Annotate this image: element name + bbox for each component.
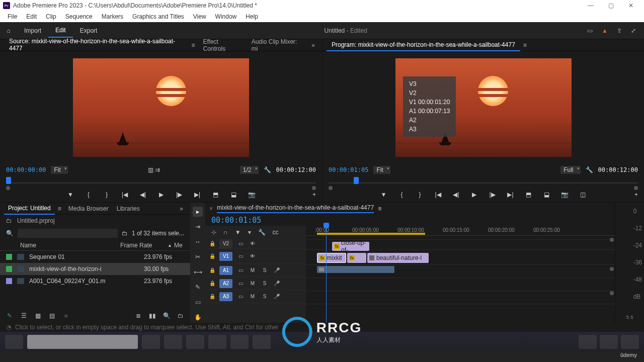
sequence-tab[interactable]: mixkit-view-of-the-horizon-in-the-sea-wh… [217,204,374,213]
track-header-a1[interactable]: 🔒 A1 ▭ M S 🎤 [205,264,306,277]
panel-menu-icon[interactable]: ≡ [378,205,381,212]
sync-lock-icon[interactable]: ▭ [236,267,245,273]
caption-icon[interactable]: cc [273,229,279,236]
menu-markers[interactable]: Markers [97,12,128,21]
lock-icon[interactable]: 🔒 [209,294,215,299]
rectangle-tool-icon[interactable]: ▭ [193,297,203,307]
go-to-out-icon[interactable]: ▶| [506,191,515,198]
taskbar-app[interactable] [186,335,204,349]
mute-icon[interactable]: M [249,281,257,286]
track-target[interactable]: V1 [219,252,232,261]
insert-overwrite-icon[interactable]: ▥ ⇉ [148,166,160,173]
source-zoom[interactable]: Fit [51,166,67,174]
media-browser-tab[interactable]: Media Browser [64,203,113,214]
track-target[interactable]: A1 [219,266,232,275]
track-a2[interactable] [306,278,615,291]
time-ruler[interactable]: :00:00 00:00:05:00 00:00:10:00 00:00:15:… [306,226,615,236]
minimize-button[interactable]: — [581,2,601,9]
project-tab[interactable]: Project: Untitled [4,203,55,215]
source-timecode[interactable]: 00:00:00:00 [6,166,46,173]
menu-file[interactable]: File [3,12,22,21]
clip-v1-b[interactable]: fx [347,253,366,263]
toggle-track-icon[interactable]: 👁 [249,241,257,246]
search-icon[interactable]: 🔍 [6,230,14,237]
freeform-view-icon[interactable]: ▤ [48,312,55,319]
add-marker-icon[interactable]: ▼ [66,191,75,198]
clip-v1-a[interactable]: fxmixkit [317,253,346,263]
mark-out-icon[interactable]: } [102,191,111,198]
slip-tool-icon[interactable]: ⟷ [193,267,203,277]
hand-tool-icon[interactable]: ✋ [193,312,203,322]
track-v1[interactable]: fxmixkit fx beautiful-nature-l [306,250,615,265]
tray-item[interactable] [579,335,597,349]
bin-icon[interactable]: 🗀 [6,217,12,224]
toggle-track-icon[interactable]: 👁 [249,253,257,259]
lift-icon[interactable]: ⬒ [524,191,533,198]
button-editor-icon[interactable]: + [634,191,638,198]
mute-icon[interactable]: M [249,267,257,273]
panel-menu-icon[interactable]: ≡ [188,42,198,49]
new-bin-icon[interactable]: 🗀 [177,312,184,319]
sync-lock-icon[interactable]: ▭ [236,241,245,246]
track-header-a2[interactable]: 🔒 A2 ▭ M S 🎤 [205,277,306,290]
track-header-v2[interactable]: 🔒 V2 ▭ 👁 [205,239,306,249]
go-to-out-icon[interactable]: ▶| [193,191,202,198]
mark-in-icon[interactable]: { [84,191,93,198]
quick-export-icon[interactable]: ▭ [587,27,593,34]
menu-clip[interactable]: Clip [41,12,61,21]
taskbar-app[interactable] [230,335,249,349]
menu-edit[interactable]: Edit [22,12,41,21]
razor-tool-icon[interactable]: ✂ [193,252,203,262]
taskbar-app[interactable] [208,335,226,349]
taskbar-app[interactable] [253,335,271,349]
ripple-tool-icon[interactable]: ↔ [193,237,203,247]
overwrite-icon[interactable]: ⬓ [229,191,238,198]
bin-item[interactable]: mixkit-view-of-the-horizon-i30.00 fps [0,263,190,275]
linked-selection-icon[interactable]: ∩ [223,229,228,236]
menu-view[interactable]: View [189,12,211,21]
pencil-icon[interactable]: ✎ [6,312,13,319]
taskbar-search[interactable] [27,335,138,349]
program-scrubber[interactable] [323,176,644,187]
bin-item[interactable]: Sequence 0123.976 fps [0,251,190,263]
go-to-in-icon[interactable]: |◀ [434,191,443,198]
program-timecode[interactable]: 00:00:01:05 [329,166,368,173]
menu-window[interactable]: Window [211,12,242,21]
step-back-icon[interactable]: ◀| [138,191,147,198]
marker-icon[interactable]: ▼ [235,229,241,236]
track-header-v1[interactable]: 🔒 V1 ▭ 👁 [205,249,306,264]
libraries-tab[interactable]: Libraries [113,203,144,214]
lock-icon[interactable]: 🔒 [209,253,215,259]
voice-icon[interactable]: 🎤 [273,294,281,299]
button-editor-icon[interactable]: + [312,191,316,198]
program-tab[interactable]: Program: mixkit-view-of-the-horizon-in-t… [327,39,520,51]
timeline-timecode[interactable]: 00:00:01:05 [211,216,261,225]
mark-out-icon[interactable]: } [416,191,425,198]
taskbar-app[interactable] [164,335,182,349]
solo-icon[interactable]: S [261,281,269,286]
step-fwd-icon[interactable]: |▶ [488,191,497,198]
snap-icon[interactable]: ⊹ [211,229,216,236]
overflow-icon[interactable]: » [177,205,186,212]
export-frame-icon[interactable]: 📷 [560,191,570,198]
selection-tool-icon[interactable]: ▸ [193,207,203,217]
close-tab-icon[interactable]: × [209,205,213,212]
program-monitor[interactable]: V3 V2 V1 00:00:01:20 A1 00:00:07:13 A2 A… [323,51,644,164]
icon-view-icon[interactable]: ▦ [34,312,41,319]
search-input[interactable] [18,229,118,238]
source-page[interactable]: 1/2 [240,166,259,174]
start-button[interactable] [5,335,23,349]
menu-graphics[interactable]: Graphics and Titles [128,12,189,21]
clip-v1-c[interactable]: beautiful-nature-l [367,253,429,263]
voice-icon[interactable]: 🎤 [273,281,281,286]
settings-icon[interactable]: 🔧 [264,166,271,173]
mark-in-icon[interactable]: { [397,191,407,198]
track-target[interactable]: A2 [219,279,232,288]
track-a3[interactable] [306,291,615,304]
lock-icon[interactable]: 🔒 [209,267,215,273]
tray-item[interactable] [621,335,639,349]
playhead[interactable] [326,226,327,323]
settings-icon[interactable]: 🔧 [586,166,593,173]
panel-menu-icon[interactable]: ≡ [520,42,530,49]
maximize-button[interactable]: ▢ [601,2,621,9]
